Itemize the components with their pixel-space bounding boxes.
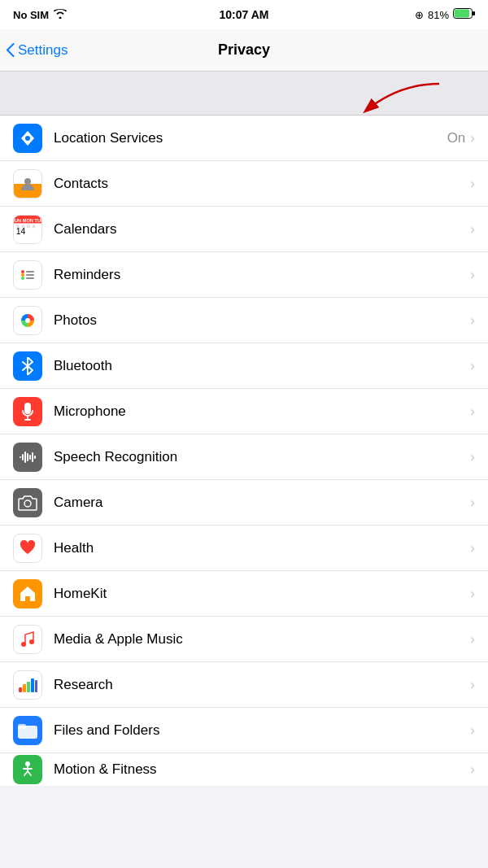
calendars-chevron: › — [470, 221, 475, 238]
microphone-chevron: › — [470, 403, 475, 420]
svg-text:SUN MON TUE: SUN MON TUE — [14, 217, 41, 222]
battery-percent: 81% — [428, 9, 449, 21]
svg-point-30 — [24, 500, 31, 507]
homekit-icon — [13, 579, 42, 608]
svg-point-19 — [25, 318, 30, 323]
status-bar: No SIM 10:07 AM ⊕ 81% — [0, 0, 488, 29]
homekit-chevron: › — [470, 586, 475, 602]
svg-rect-29 — [34, 456, 36, 459]
svg-rect-25 — [24, 451, 26, 463]
contacts-label: Contacts — [54, 176, 470, 192]
svg-rect-18 — [26, 277, 34, 279]
svg-rect-1 — [455, 10, 470, 18]
motion-fitness-chevron: › — [470, 761, 475, 778]
homekit-label: HomeKit — [54, 586, 470, 602]
svg-rect-37 — [35, 680, 37, 692]
research-icon — [13, 670, 42, 700]
svg-rect-20 — [24, 403, 31, 414]
files-and-folders-chevron: › — [470, 722, 475, 739]
svg-point-31 — [21, 642, 26, 647]
calendars-label: Calendars — [54, 221, 470, 238]
settings-row-media-apple-music[interactable]: Media & Apple Music › — [0, 617, 488, 662]
status-left: No SIM — [13, 9, 67, 21]
files-and-folders-icon — [13, 716, 42, 745]
reminders-chevron: › — [470, 267, 475, 283]
settings-row-reminders[interactable]: Reminders › — [0, 252, 488, 298]
status-time: 10:07 AM — [220, 8, 269, 21]
microphone-label: Microphone — [54, 403, 470, 420]
svg-point-4 — [24, 178, 31, 185]
photos-label: Photos — [54, 312, 470, 329]
calendars-icon: SUN MON TUE 14 — [13, 215, 42, 244]
svg-rect-34 — [23, 684, 26, 692]
health-label: Health — [54, 540, 470, 556]
settings-row-speech-recognition[interactable]: Speech Recognition › — [0, 434, 488, 480]
svg-rect-36 — [31, 678, 34, 692]
contacts-icon — [13, 169, 42, 198]
svg-rect-12 — [33, 225, 36, 228]
reminders-label: Reminders — [54, 267, 470, 283]
status-right: ⊕ 81% — [415, 8, 475, 21]
speech-recognition-chevron: › — [470, 449, 475, 465]
settings-row-files-and-folders[interactable]: Files and Folders › — [0, 708, 488, 753]
svg-point-32 — [29, 639, 34, 644]
settings-row-camera[interactable]: Camera › — [0, 480, 488, 526]
research-label: Research — [54, 677, 470, 693]
speech-recognition-icon — [13, 443, 42, 472]
svg-rect-9 — [16, 225, 20, 228]
settings-row-health[interactable]: Health › — [0, 526, 488, 571]
svg-rect-24 — [22, 454, 24, 460]
location-status-icon: ⊕ — [415, 9, 424, 21]
svg-rect-16 — [26, 271, 34, 273]
settings-row-homekit[interactable]: HomeKit › — [0, 571, 488, 617]
nav-bar: Settings Privacy — [0, 29, 488, 72]
location-services-label: Location Services — [54, 130, 447, 146]
settings-list: Location Services On › Contacts › SUN MO… — [0, 116, 488, 786]
svg-rect-28 — [32, 452, 33, 462]
bluetooth-label: Bluetooth — [54, 358, 470, 374]
location-services-value: On — [447, 130, 466, 146]
settings-row-contacts[interactable]: Contacts › — [0, 161, 488, 207]
settings-row-research[interactable]: Research › — [0, 662, 488, 708]
research-chevron: › — [470, 677, 475, 693]
camera-label: Camera — [54, 495, 470, 511]
svg-rect-26 — [27, 453, 28, 461]
contacts-chevron: › — [470, 176, 475, 192]
settings-row-calendars[interactable]: SUN MON TUE 14 Calendars › — [0, 207, 488, 252]
svg-rect-2 — [473, 11, 475, 15]
settings-row-microphone[interactable]: Microphone › — [0, 389, 488, 434]
location-services-icon — [13, 124, 42, 153]
motion-fitness-label: Motion & Fitness — [54, 761, 470, 778]
bluetooth-chevron: › — [470, 358, 475, 374]
location-services-chevron: › — [470, 130, 475, 146]
svg-point-13 — [21, 270, 24, 273]
camera-chevron: › — [470, 495, 475, 511]
red-arrow-annotation — [350, 80, 447, 119]
health-chevron: › — [470, 540, 475, 556]
page-title: Privacy — [218, 41, 270, 59]
back-button[interactable]: Settings — [7, 42, 68, 59]
back-label: Settings — [18, 42, 68, 59]
settings-row-bluetooth[interactable]: Bluetooth › — [0, 343, 488, 389]
svg-text:14: 14 — [16, 226, 26, 235]
motion-fitness-icon — [13, 755, 42, 784]
svg-rect-27 — [29, 455, 31, 460]
carrier-label: No SIM — [13, 9, 49, 21]
svg-point-15 — [21, 277, 24, 280]
svg-rect-23 — [20, 456, 21, 458]
settings-row-photos[interactable]: Photos › — [0, 298, 488, 343]
photos-icon — [13, 306, 42, 335]
speech-recognition-label: Speech Recognition — [54, 449, 470, 465]
settings-row-motion-fitness[interactable]: Motion & Fitness › — [0, 753, 488, 786]
svg-rect-10 — [21, 225, 24, 228]
svg-point-14 — [21, 273, 24, 277]
health-icon — [13, 534, 42, 563]
camera-icon — [13, 488, 42, 517]
settings-row-location-services[interactable]: Location Services On › — [0, 116, 488, 161]
microphone-icon — [13, 397, 42, 426]
svg-rect-11 — [27, 225, 30, 228]
svg-point-40 — [25, 761, 30, 766]
reminders-icon — [13, 260, 42, 290]
svg-rect-39 — [18, 724, 26, 729]
svg-rect-17 — [26, 274, 34, 276]
